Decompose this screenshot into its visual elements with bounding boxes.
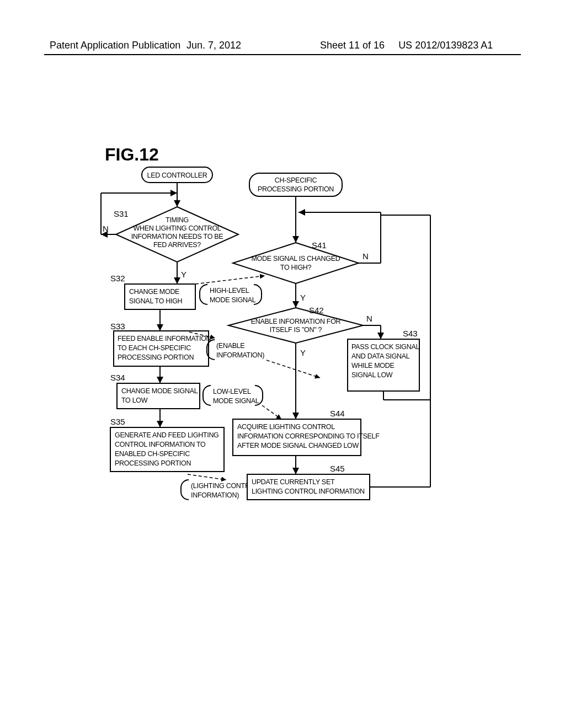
s34-num: S34 (110, 373, 125, 382)
s44-l2: INFORMATION CORRESPONDING TO ITSELF (237, 432, 380, 440)
s34-l2: TO LOW (121, 397, 148, 404)
s33-l2: TO EACH CH-SPECIFIC (118, 344, 191, 352)
s43-l2: AND DATA SIGNAL (351, 352, 410, 360)
s43-l3: WHILE MODE (351, 362, 395, 370)
s45-l2: LIGHTING CONTROL INFORMATION (252, 488, 365, 495)
svg-line-17 (188, 474, 226, 480)
hdr-sheet: Sheet 11 of 16 (320, 40, 385, 51)
s35-l2: CONTROL INFORMATION TO (115, 441, 206, 448)
s32-l2: SIGNAL TO HIGH (129, 297, 183, 305)
s33-l3: PROCESSING PORTION (118, 354, 194, 361)
sig2-l2: INFORMATION) (216, 351, 264, 359)
s32-l1: CHANGE MODE (129, 288, 179, 296)
sig2-l1: (ENABLE (216, 342, 244, 350)
sig4-l2: INFORMATION) (191, 491, 239, 499)
s42-n: N (366, 314, 372, 323)
s42-l2: ITSELF IS "ON" ? (270, 326, 322, 334)
hdr-right: Sheet 11 of 16 US 2012/0139823 A1 (320, 40, 493, 51)
s34-l1: CHANGE MODE SIGNAL (121, 387, 198, 395)
s31-l4: FED ARRIVES? (153, 241, 201, 249)
sig3-l1: LOW-LEVEL (213, 388, 251, 395)
start-right-l1: CH-SPECIFIC (275, 176, 317, 184)
s44-l1: ACQUIRE LIGHTING CONTROL (237, 423, 335, 431)
s35-l3: ENABLED CH-SPECIFIC (115, 450, 190, 458)
s33-num: S33 (110, 322, 125, 331)
hdr-center: Jun. 7, 2012 (186, 40, 241, 51)
s35-l1: GENERATE AND FEED LIGHTING (115, 431, 219, 439)
s42-l1: ENABLE INFORMATION FOR (251, 318, 341, 325)
s42-num: S42 (309, 306, 324, 315)
s35-l4: PROCESSING PORTION (115, 459, 191, 467)
s41-num: S41 (312, 240, 327, 250)
svg-line-35 (262, 405, 281, 419)
s31-num: S31 (114, 209, 129, 218)
s31-y: Y (181, 270, 186, 279)
s44-num: S44 (330, 409, 345, 418)
s31-l2: WHEN LIGHTING CONTROL (134, 224, 221, 232)
header-rule (44, 54, 521, 55)
s45-num: S45 (330, 464, 345, 473)
sig1-l1: HIGH-LEVEL (210, 287, 249, 295)
s45-l1: UPDATE CURRENTLY SET (252, 478, 335, 486)
s43-num: S43 (403, 329, 418, 338)
s41-n: N (363, 251, 369, 261)
s32-num: S32 (110, 274, 125, 283)
svg-line-14 (195, 276, 265, 284)
svg-marker-25 (228, 308, 363, 343)
start-left: LED CONTROLLER (147, 172, 207, 179)
sig3-l2: MODE SIGNAL (213, 397, 259, 405)
start-right-l2: PROCESSING PORTION (258, 185, 334, 193)
s44-l3: AFTER MODE SIGNAL CHANGED LOW (237, 442, 359, 449)
s35-num: S35 (110, 417, 125, 426)
s31-l3: INFORMATION NEEDS TO BE (131, 233, 223, 240)
hdr-num: US 2012/0139823 A1 (398, 40, 493, 51)
s41-l1: MODE SIGNAL IS CHANGED (251, 255, 340, 263)
s31-n: N (103, 224, 109, 233)
s31-l1: TIMING (166, 216, 189, 224)
sig1-l2: MODE SIGNAL (210, 296, 256, 304)
svg-line-16 (266, 360, 320, 378)
s43-l1: PASS CLOCK SIGNAL (351, 343, 420, 351)
hdr-left: Patent Application Publication (50, 40, 180, 51)
s33-l1: FEED ENABLE INFORMATION (118, 335, 211, 342)
s43-l4: SIGNAL LOW (351, 371, 393, 379)
s42-y: Y (300, 348, 306, 357)
s41-y: Y (300, 293, 306, 302)
flowchart: LED CONTROLLER TIMING WHEN LIGHTING CONT… (72, 160, 458, 563)
s41-l2: TO HIGH? (280, 264, 312, 271)
